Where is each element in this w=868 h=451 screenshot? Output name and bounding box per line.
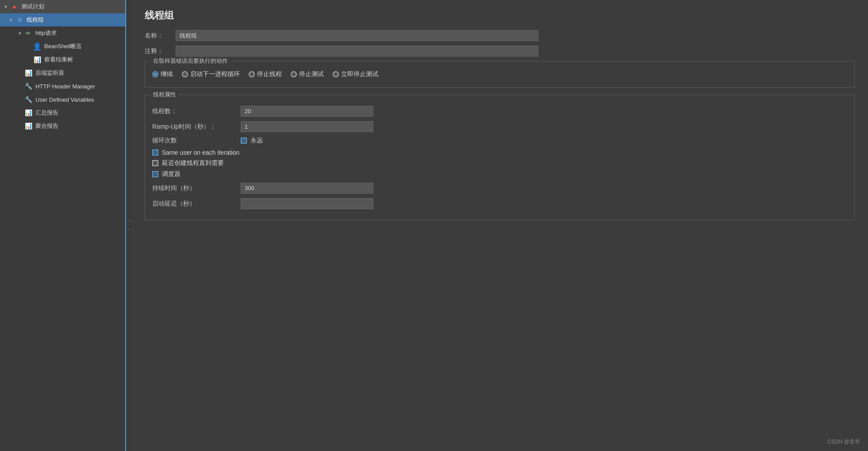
thread-group-icon: ⚙ bbox=[15, 15, 24, 24]
thread-group-label: 线程组 bbox=[27, 16, 44, 24]
tree-item-aggregate[interactable]: 📊 聚合报告 bbox=[0, 119, 125, 133]
loop-row: 循环次数 永远 bbox=[152, 137, 847, 145]
arrow-http: ▼ bbox=[18, 31, 24, 36]
radio-continue-label: 继续 bbox=[161, 70, 173, 78]
radio-stop-test-now[interactable]: 立即停止测试 bbox=[333, 70, 378, 78]
radio-stop-thread-circle bbox=[249, 71, 255, 77]
same-user-checkbox[interactable]: Same user on each iteration bbox=[152, 149, 847, 156]
name-row: 名称： bbox=[145, 30, 855, 41]
same-user-label: Same user on each iteration bbox=[162, 149, 239, 156]
comment-label: 注释： bbox=[145, 47, 171, 55]
page-title: 线程组 bbox=[145, 9, 855, 22]
radio-next-loop-circle bbox=[182, 71, 188, 77]
panel-divider[interactable]: ⋮⋮ bbox=[126, 0, 131, 451]
radio-row: 继续 启动下一进程循环 停止线程 停止测试 立即停止测试 bbox=[152, 68, 847, 81]
thread-count-input[interactable] bbox=[241, 106, 373, 117]
ramp-up-row: Ramp-Up时间（秒）： bbox=[152, 121, 847, 132]
radio-stop-test-now-circle bbox=[333, 71, 339, 77]
test-plan-label: 测试计划 bbox=[21, 3, 44, 11]
startup-delay-row: 启动延迟（秒） bbox=[152, 198, 847, 209]
user-vars-label: User Defined Variables bbox=[35, 96, 94, 103]
forever-label: 永远 bbox=[250, 137, 263, 145]
right-panel: 线程组 名称： 注释： 在取样器错误后要执行的动作 继续 启动下一进程循环 停 bbox=[131, 0, 868, 451]
name-input[interactable] bbox=[176, 30, 538, 41]
test-plan-icon: 🔺 bbox=[10, 2, 19, 11]
tree-item-beanshell[interactable]: 👤 BeanShell断言 bbox=[0, 40, 125, 53]
watermark: CSDN @君琴 bbox=[827, 438, 860, 446]
header-mgr-label: HTTP Header Manager bbox=[35, 83, 95, 90]
same-user-row: Same user on each iteration bbox=[152, 149, 847, 156]
comment-input[interactable] bbox=[176, 46, 538, 57]
results-tree-icon: 📊 bbox=[33, 55, 42, 64]
tree-item-thread-group[interactable]: ▼ ⚙ 线程组 bbox=[0, 13, 125, 27]
radio-stop-test[interactable]: 停止测试 bbox=[291, 70, 324, 78]
radio-continue-circle bbox=[152, 71, 158, 77]
tree-panel: ▼ 🔺 测试计划 ▼ ⚙ 线程组 ▼ ✏ http请求 👤 BeanShell断… bbox=[0, 0, 126, 451]
thread-count-row: 线程数： bbox=[152, 106, 847, 117]
loop-label: 循环次数 bbox=[152, 137, 241, 145]
scheduler-checkbox-box bbox=[152, 171, 158, 177]
thread-props-group: 线程属性 线程数： Ramp-Up时间（秒）： 循环次数 永远 Same use… bbox=[145, 95, 855, 220]
summary-label: 汇总报告 bbox=[35, 109, 58, 117]
user-vars-icon: 🔧 bbox=[24, 95, 33, 104]
arrow-test-plan: ▼ bbox=[4, 4, 10, 9]
radio-next-loop-label: 启动下一进程循环 bbox=[190, 70, 240, 78]
header-mgr-icon: 🔧 bbox=[24, 82, 33, 91]
delay-create-label: 延迟创建线程直到需要 bbox=[162, 159, 224, 167]
tree-item-header-mgr[interactable]: 🔧 HTTP Header Manager bbox=[0, 80, 125, 93]
delay-create-checkbox[interactable]: 延迟创建线程直到需要 bbox=[152, 159, 847, 167]
forever-checkbox-box bbox=[241, 138, 247, 144]
startup-delay-label: 启动延迟（秒） bbox=[152, 200, 241, 208]
delay-create-checkbox-box bbox=[152, 160, 158, 166]
forever-checkbox[interactable]: 永远 bbox=[241, 137, 263, 145]
summary-icon: 📊 bbox=[24, 108, 33, 117]
backend-label: 后端监听器 bbox=[35, 69, 64, 77]
thread-count-label: 线程数： bbox=[152, 107, 241, 115]
startup-delay-input[interactable] bbox=[241, 198, 373, 209]
radio-next-loop[interactable]: 启动下一进程循环 bbox=[182, 70, 240, 78]
radio-continue[interactable]: 继续 bbox=[152, 70, 173, 78]
duration-label: 持续时间（秒） bbox=[152, 184, 241, 192]
aggregate-icon: 📊 bbox=[24, 122, 33, 130]
http-icon: ✏ bbox=[24, 29, 33, 38]
tree-item-http-request[interactable]: ▼ ✏ http请求 bbox=[0, 27, 125, 40]
http-label: http请求 bbox=[35, 29, 57, 37]
radio-stop-test-circle bbox=[291, 71, 297, 77]
scheduler-label: 调度器 bbox=[162, 170, 181, 178]
radio-stop-test-now-label: 立即停止测试 bbox=[341, 70, 378, 78]
ramp-up-label: Ramp-Up时间（秒）： bbox=[152, 123, 241, 131]
radio-stop-test-label: 停止测试 bbox=[299, 70, 324, 78]
tree-item-results-tree[interactable]: 📊 察看结果树 bbox=[0, 53, 125, 66]
thread-props-title: 线程属性 bbox=[150, 91, 179, 99]
radio-stop-thread[interactable]: 停止线程 bbox=[249, 70, 282, 78]
tree-item-backend[interactable]: 📊 后端监听器 bbox=[0, 66, 125, 80]
tree-item-test-plan[interactable]: ▼ 🔺 测试计划 bbox=[0, 0, 125, 13]
arrow-thread-group: ▼ bbox=[9, 18, 15, 23]
scheduler-checkbox[interactable]: 调度器 bbox=[152, 170, 847, 178]
results-tree-label: 察看结果树 bbox=[44, 56, 73, 64]
tree-item-user-vars[interactable]: 🔧 User Defined Variables bbox=[0, 93, 125, 106]
backend-icon: 📊 bbox=[24, 69, 33, 77]
aggregate-label: 聚合报告 bbox=[35, 122, 58, 130]
beanshell-icon: 👤 bbox=[33, 42, 42, 51]
duration-input[interactable] bbox=[241, 183, 373, 194]
radio-stop-thread-label: 停止线程 bbox=[257, 70, 282, 78]
duration-row: 持续时间（秒） bbox=[152, 183, 847, 194]
same-user-checkbox-box bbox=[152, 149, 158, 156]
delay-create-row: 延迟创建线程直到需要 bbox=[152, 159, 847, 167]
error-action-group: 在取样器错误后要执行的动作 继续 启动下一进程循环 停止线程 停止测试 bbox=[145, 61, 855, 88]
comment-row: 注释： bbox=[145, 46, 855, 57]
scheduler-row: 调度器 bbox=[152, 170, 847, 178]
error-action-title: 在取样器错误后要执行的动作 bbox=[150, 57, 230, 65]
tree-item-summary[interactable]: 📊 汇总报告 bbox=[0, 106, 125, 119]
beanshell-label: BeanShell断言 bbox=[44, 42, 82, 50]
name-label: 名称： bbox=[145, 32, 171, 40]
ramp-up-input[interactable] bbox=[241, 121, 373, 132]
